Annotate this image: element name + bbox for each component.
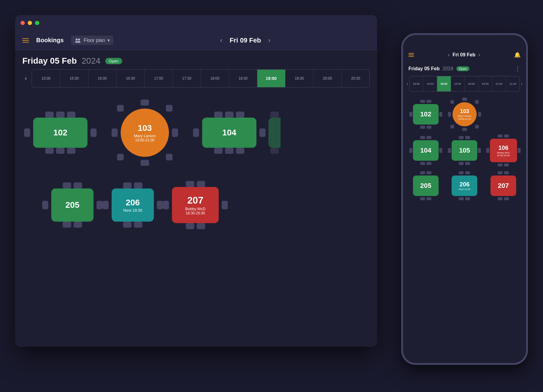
next-date-button[interactable]: › bbox=[266, 35, 273, 46]
table-205-wrapper: 205 bbox=[51, 182, 94, 228]
chair bbox=[225, 112, 233, 118]
phone-bell-icon[interactable]: 🔔 bbox=[514, 52, 521, 58]
chair bbox=[420, 171, 425, 174]
chair bbox=[498, 134, 503, 138]
phone-table-207[interactable]: 207 bbox=[491, 175, 516, 196]
chair bbox=[459, 171, 464, 174]
timeline-prev[interactable]: ‹ bbox=[22, 73, 29, 84]
chair bbox=[462, 98, 467, 101]
table-207[interactable]: 207 Bobby McD 18:30-20:30 bbox=[172, 187, 219, 223]
phone-more-button[interactable]: ⋮ bbox=[515, 65, 521, 72]
table-103[interactable]: 103 Mary Larson 19:00-21:00 bbox=[121, 109, 169, 157]
chair bbox=[504, 197, 509, 200]
chair bbox=[74, 222, 82, 228]
phone-table-105-wrapper: 105 bbox=[447, 136, 482, 165]
chair bbox=[123, 222, 132, 228]
traffic-light-yellow[interactable] bbox=[28, 21, 32, 25]
phone-slot-2130[interactable]: 21:30 bbox=[506, 76, 520, 91]
time-slot-1630[interactable]: 16:30 bbox=[116, 70, 144, 87]
phone-table-104[interactable]: 104 bbox=[413, 140, 439, 161]
scene: Bookings Floor plan ▾ ‹ Fri 09 Feb › Fri… bbox=[15, 15, 528, 377]
chair bbox=[478, 148, 481, 153]
phone-table-206-next: Next 19:30 bbox=[459, 188, 471, 191]
phone-table-205[interactable]: 205 bbox=[413, 175, 439, 196]
chair bbox=[427, 126, 431, 129]
header-current-date: Fri 09 Feb bbox=[230, 36, 261, 44]
table-205[interactable]: 205 bbox=[51, 188, 94, 222]
time-slot-2030[interactable]: 20:30 bbox=[342, 70, 370, 87]
chair bbox=[56, 112, 65, 118]
phone-prev-date[interactable]: ‹ bbox=[448, 52, 449, 58]
time-slot-1800[interactable]: 18:00 bbox=[201, 70, 229, 87]
phone-timeline-next[interactable]: › bbox=[521, 81, 522, 86]
chair bbox=[117, 154, 124, 160]
phone-slot-1830[interactable]: 18:30 bbox=[423, 76, 437, 91]
time-slot-2000[interactable]: 20:00 bbox=[313, 70, 341, 87]
timeline-scroll: 15:00 15:30 16:00 16:30 17:00 17:30 18:0… bbox=[32, 69, 370, 87]
phone-next-date[interactable]: › bbox=[478, 52, 480, 58]
chair bbox=[225, 148, 233, 154]
time-slot-1600[interactable]: 16:00 bbox=[88, 70, 116, 87]
table-102[interactable]: 102 bbox=[33, 118, 87, 148]
phone-timeline-prev[interactable]: ‹ bbox=[407, 81, 408, 86]
time-slot-1700[interactable]: 17:00 bbox=[145, 70, 173, 87]
phone-slot-2030[interactable]: 20:30 bbox=[478, 76, 492, 91]
phone-table-102-number: 102 bbox=[420, 110, 431, 118]
chair bbox=[420, 136, 425, 139]
phone-table-106-guest: Bobby McD bbox=[497, 151, 510, 154]
phone-slot-2100[interactable]: 21:00 bbox=[492, 76, 506, 91]
menu-icon[interactable] bbox=[22, 38, 29, 43]
table-207-guest: Bobby McD bbox=[185, 207, 205, 211]
phone-notch bbox=[445, 35, 484, 43]
header-date-nav: ‹ Fri 09 Feb › bbox=[218, 35, 273, 46]
phone-slot-1900[interactable]: 19:00 bbox=[437, 76, 451, 91]
chair bbox=[172, 128, 178, 137]
table-104-number: 104 bbox=[222, 128, 237, 138]
phone-table-206-wrapper: 206 Next 19:30 bbox=[447, 171, 482, 200]
chair bbox=[459, 136, 464, 139]
window-header: Bookings Floor plan ▾ ‹ Fri 09 Feb › bbox=[15, 31, 377, 50]
floor-plan-button[interactable]: Floor plan ▾ bbox=[71, 36, 113, 45]
phone-table-205-number: 205 bbox=[420, 182, 431, 190]
phone-header: ‹ Fri 09 Feb › 🔔 bbox=[403, 47, 526, 63]
phone-table-206[interactable]: 206 Next 19:30 bbox=[452, 175, 477, 196]
phone-table-106-wrapper: 106 Bobby McD 18:30-20:30 bbox=[486, 134, 521, 166]
date-year: 2024 bbox=[82, 56, 100, 66]
chair bbox=[450, 100, 454, 104]
prev-date-button[interactable]: ‹ bbox=[218, 35, 225, 46]
phone-table-105[interactable]: 105 bbox=[452, 140, 477, 161]
phone-table-103[interactable]: 103 Mary Larson 19:00-21:00 bbox=[453, 102, 477, 126]
time-slot-1830[interactable]: 18:30 bbox=[229, 70, 257, 87]
floor-plan-label: Floor plan bbox=[84, 38, 105, 43]
phone-slot-2000[interactable]: 20:00 bbox=[465, 76, 478, 91]
phone-menu-icon[interactable] bbox=[408, 53, 414, 57]
time-slot-1730[interactable]: 17:30 bbox=[173, 70, 201, 87]
time-slot-1500[interactable]: 15:00 bbox=[32, 70, 60, 87]
table-207-number: 207 bbox=[187, 195, 203, 206]
phone-table-104-wrapper: 104 bbox=[408, 136, 443, 165]
table-104[interactable]: 104 bbox=[202, 118, 256, 148]
phone-date-subtitle: Friday 05 Feb 2024 Open ⋮ bbox=[403, 63, 526, 75]
chair bbox=[498, 171, 503, 174]
chair bbox=[222, 201, 228, 209]
traffic-light-red[interactable] bbox=[21, 21, 25, 25]
phone-slot-1800[interactable]: 18:00 bbox=[410, 76, 424, 91]
table-205-number: 205 bbox=[65, 200, 80, 210]
table-206[interactable]: 206 Next 19:30 bbox=[112, 188, 154, 222]
chair bbox=[420, 197, 425, 200]
time-slot-1900[interactable]: 19:00 bbox=[257, 70, 285, 87]
time-slot-1530[interactable]: 15:30 bbox=[60, 70, 88, 87]
table-103-time: 19:00-21:00 bbox=[135, 138, 154, 142]
table-206-next: Next 19:30 bbox=[123, 208, 142, 213]
chair bbox=[45, 148, 54, 154]
time-slot-1930[interactable]: 19:30 bbox=[285, 70, 313, 87]
phone-table-102[interactable]: 102 bbox=[413, 104, 439, 125]
phone-slot-1930[interactable]: 19:30 bbox=[451, 76, 465, 91]
traffic-light-green[interactable] bbox=[35, 21, 39, 25]
chair bbox=[214, 148, 223, 154]
chair bbox=[141, 160, 149, 166]
chair bbox=[427, 171, 431, 174]
chair bbox=[420, 100, 425, 103]
phone-table-106[interactable]: 106 Bobby McD 18:30-20:30 bbox=[490, 139, 517, 162]
date-main: Friday 05 Feb bbox=[22, 56, 77, 66]
